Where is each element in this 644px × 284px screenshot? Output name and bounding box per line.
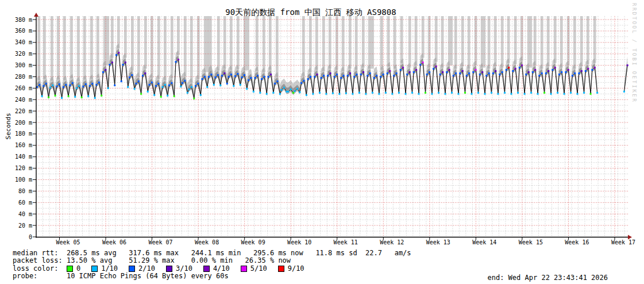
loss-dot [471,93,473,95]
loss-dot [233,85,234,87]
loss-dot [515,68,516,70]
loss-dot [127,86,129,88]
loss-dot [221,75,223,76]
loss-dot [435,66,437,67]
loss-dot [290,89,292,90]
loss-column [329,16,331,69]
loss-dot [121,80,122,82]
loss-dot [157,83,159,85]
loss-dot [244,74,245,76]
loss-dot [491,92,492,94]
loss-dot [55,95,56,97]
loss-dot [206,86,208,88]
loss-dot [581,70,583,72]
loss-dot [477,92,479,94]
loss-dot [524,93,526,95]
loss-dot [147,91,149,93]
loss-dot [332,93,334,94]
loss-dot [488,72,490,74]
loss-dot [226,83,228,85]
loss-dot [415,69,417,71]
loss-dot [91,83,93,85]
y-axis-arrow [34,13,38,17]
y-tick-label: 360 m [15,28,32,34]
loss-dot [568,69,569,71]
loss-column [83,16,86,79]
loss-column [593,16,596,63]
loss-column [230,16,233,70]
loss-dot [446,71,448,73]
loss-dot [538,75,540,76]
loss-dot [323,75,325,76]
loss-dot [530,92,532,94]
loss-column [256,16,259,71]
loss-column [387,16,390,67]
loss-dot [506,69,507,71]
loss-dot [552,69,553,71]
loss-dot [107,87,109,89]
loss-legend-item: 9/10 [278,265,304,273]
loss-dot [228,76,230,78]
loss-dot [521,64,523,66]
loss-dot [418,93,420,95]
loss-dot [391,93,393,95]
loss-dot [419,64,421,66]
loss-column [573,16,576,69]
y-tick-label: 280 m [15,74,32,80]
loss-dot [352,93,353,95]
loss-dot [38,84,40,86]
loss-dot [52,85,53,86]
loss-legend-item: 2/10 [129,265,155,273]
loss-dot [439,74,441,75]
loss-dot [142,75,144,76]
loss-column [380,16,383,70]
y-tick-label: 40 m [18,211,32,217]
loss-dot [188,89,190,90]
loss-dot [317,74,318,75]
loss-dot [287,91,289,93]
loss-dot [109,64,110,66]
loss-dot [373,77,375,79]
y-tick-label: 200 m [15,120,32,126]
loss-legend-swatch [67,266,73,272]
loss-dot [219,85,221,86]
loss-dot [426,74,428,75]
loss-column [144,16,147,69]
loss-dot [215,76,217,78]
loss-column [428,16,431,68]
loss-column [269,16,272,70]
loss-dot [102,71,104,73]
loss-dot [572,75,573,76]
loss-dot [369,72,371,74]
loss-dot [565,71,566,73]
loss-dot [307,78,309,80]
loss-dot [343,75,345,76]
loss-dot [300,82,302,84]
loss-dot [360,74,362,75]
loss-dot [151,82,153,83]
loss-column [435,16,438,62]
loss-dot [498,93,499,95]
loss-dot [590,93,592,95]
loss-column [454,16,457,69]
loss-legend-swatch [241,266,247,272]
loss-column [336,16,338,70]
loss-dot [202,78,203,80]
loss-column [309,16,312,72]
y-tick-label: 120 m [15,165,32,171]
loss-dot [484,93,486,95]
loss-dot [577,93,579,95]
loss-dot [61,97,63,99]
loss-column [422,16,425,58]
loss-dot [164,84,166,86]
loss-dot [94,97,96,99]
loss-dot [59,83,60,85]
loss-dot [45,83,47,85]
loss-dot [98,82,100,83]
loss-column [415,16,418,66]
loss-column [362,16,365,68]
loss-legend-item: 1/10 [91,265,118,273]
loss-dot [550,93,552,95]
loss-dot [570,92,572,94]
loss-dot [587,68,589,70]
